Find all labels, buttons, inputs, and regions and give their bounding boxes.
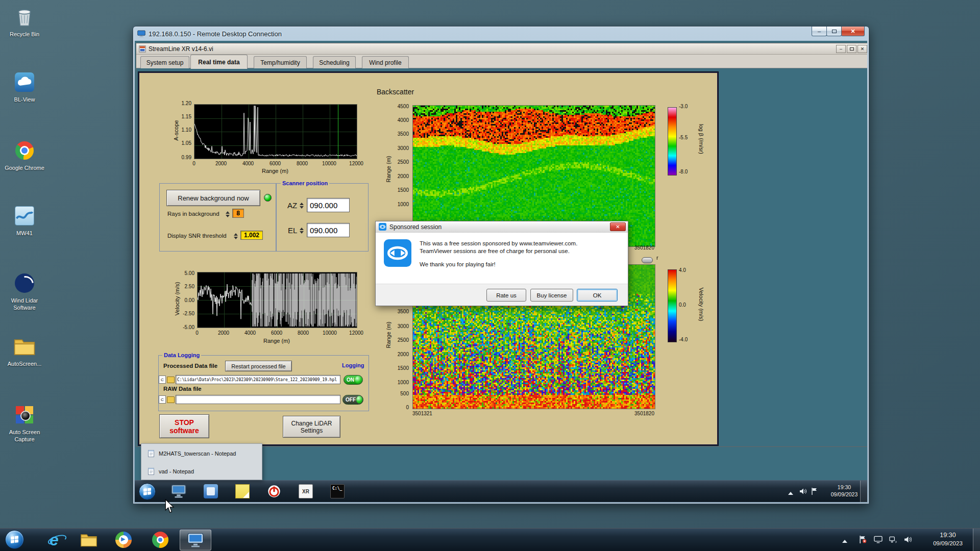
remote-taskbar-sticky-notes[interactable]: [228, 481, 257, 502]
change-lidar-settings-button[interactable]: Change LiDAR Settings: [283, 416, 340, 438]
streamline-caption-buttons: – ✕: [835, 45, 867, 53]
popup-item-m2hats[interactable]: M2HATS_towerscan - Notepad: [143, 445, 260, 461]
drive-icon[interactable]: C: [159, 395, 166, 404]
ascope-ytick: 1.20: [171, 101, 191, 106]
az-value-field[interactable]: 090.000: [307, 198, 350, 212]
browse-folder-icon[interactable]: [167, 396, 175, 403]
tray-display[interactable]: [874, 536, 883, 543]
flag-icon: [811, 487, 818, 495]
drive-icon[interactable]: C: [159, 375, 166, 384]
el-value-field[interactable]: 090.000: [307, 223, 350, 237]
browse-folder-icon[interactable]: [167, 377, 175, 383]
az-spinner[interactable]: [300, 201, 305, 211]
desktop-icon-bl-view[interactable]: BL-View: [1, 70, 48, 104]
desktop-icon-mw41[interactable]: MW41: [1, 204, 48, 237]
taskbar-explorer[interactable]: [76, 529, 102, 551]
panel-title: Backscatter: [377, 88, 414, 96]
show-desktop-button[interactable]: [973, 529, 980, 551]
clock-time: 19:30: [825, 484, 864, 491]
desktop-icon-autoscreen-folder[interactable]: AutoScreen...: [1, 335, 48, 368]
remote-show-desktop-button[interactable]: [860, 481, 867, 502]
tray-volume[interactable]: [903, 535, 912, 544]
remote-taskbar-system-app[interactable]: [197, 481, 225, 502]
button-label: Renew background now: [178, 194, 249, 202]
minimize-button[interactable]: –: [812, 27, 827, 36]
velocity-colorbar: [668, 269, 677, 342]
taskbar-media-player[interactable]: [110, 529, 137, 551]
tab-temp-humidity[interactable]: Temp/humidity: [254, 56, 307, 69]
backscatter-ytick: 1000: [389, 202, 409, 207]
tab-scheduling[interactable]: Scheduling: [313, 56, 356, 69]
streamline-titlebar[interactable]: StreamLine XR v14-6.vi – ✕: [136, 43, 867, 55]
backscatter-ytick: 3500: [389, 132, 409, 137]
rays-spinner[interactable]: [226, 209, 231, 219]
mini-toggle-switch[interactable]: [642, 257, 653, 263]
close-icon[interactable]: ✕: [610, 222, 626, 231]
velocity-map-ytick: 2500: [389, 338, 409, 343]
remote-tray-volume[interactable]: [799, 487, 807, 495]
remote-tray-clock[interactable]: 19:30 09/09/2023: [825, 484, 864, 498]
drive-letter: C: [161, 378, 164, 382]
ok-button[interactable]: OK: [577, 289, 618, 302]
remote-taskbar-cmd[interactable]: C:\_: [323, 481, 352, 502]
renew-background-button[interactable]: Renew background now: [166, 190, 260, 206]
remote-taskbar-power-app[interactable]: [260, 481, 288, 502]
tray-clock[interactable]: 19:30 09/09/2023: [925, 531, 971, 547]
tab-system-setup[interactable]: System setup: [140, 56, 189, 69]
close-button[interactable]: ✕: [841, 27, 865, 36]
raw-file-path-input[interactable]: [176, 395, 340, 404]
desktop-icon-wind-lidar[interactable]: Wind Lidar Software: [1, 271, 48, 312]
backscatter-ytick: 2000: [389, 174, 409, 179]
minimize-button[interactable]: –: [836, 45, 846, 53]
tray-network[interactable]: [889, 536, 898, 543]
colorbar-tick: 0.0: [679, 303, 696, 308]
desktop-icon-google-chrome[interactable]: Google Chrome: [1, 139, 48, 172]
rate-us-button[interactable]: Rate us: [486, 289, 526, 302]
remote-taskbar-xr-app[interactable]: XR: [291, 481, 320, 502]
remote-tray-show-hidden-icons[interactable]: [788, 489, 793, 495]
ascope-ytick: 0.99: [171, 155, 191, 160]
desktop-icon-recycle-bin[interactable]: Recycle Bin: [1, 5, 48, 38]
button-label: Settings: [301, 427, 323, 434]
rdp-titlebar[interactable]: 192.168.0.150 - Remote Desktop Connectio…: [133, 27, 869, 41]
rays-value-field[interactable]: 8: [232, 209, 244, 218]
tab-wind-profile[interactable]: Wind profile: [362, 56, 409, 69]
el-spinner[interactable]: [300, 226, 305, 236]
clock-date: 09/09/2023: [925, 540, 971, 548]
taskbar-chrome[interactable]: [147, 529, 174, 551]
start-button[interactable]: [5, 530, 24, 549]
processed-logging-toggle[interactable]: ON: [344, 375, 363, 385]
field-value: 1.002: [244, 232, 259, 239]
raw-logging-toggle[interactable]: OFF: [342, 395, 363, 405]
remote-start-button[interactable]: [139, 483, 156, 500]
internet-explorer-icon: e: [50, 531, 59, 549]
scanner-position-title: Scan­ner position: [281, 180, 329, 186]
desktop-icon-auto-screen-capture[interactable]: Auto Screen Capture: [1, 403, 48, 443]
buy-license-button[interactable]: Buy license: [530, 289, 573, 302]
sticky-notes-icon: [235, 484, 250, 498]
taskbar-internet-explorer[interactable]: e: [41, 529, 67, 551]
processed-file-path-input[interactable]: C:\Lidar\Data\Proc\2023\202309\20230909\…: [176, 375, 340, 384]
tray-action-center[interactable]: [859, 535, 867, 544]
restart-processed-file-button[interactable]: Restart processed file: [225, 361, 292, 371]
media-player-icon: [115, 532, 132, 548]
backscatter-colorbar: [668, 107, 677, 176]
popup-item-vad[interactable]: vad - Notepad: [143, 463, 260, 479]
remote-tray-action-center[interactable]: [811, 487, 818, 495]
tab-real-time-data[interactable]: Real time data: [190, 55, 248, 69]
tray-show-hidden-icons[interactable]: [842, 537, 847, 543]
dialog-titlebar[interactable]: Sponsored session ✕: [376, 221, 628, 233]
maximize-button[interactable]: [826, 27, 842, 36]
stop-software-button[interactable]: STOP software: [159, 414, 209, 438]
az-label: AZ: [287, 202, 297, 210]
maximize-button[interactable]: [847, 45, 856, 53]
field-value: 090.000: [310, 201, 337, 210]
snr-value-field[interactable]: 1.002: [240, 231, 263, 240]
close-button[interactable]: ✕: [857, 45, 867, 53]
colorbar-tick: -4.0: [679, 337, 696, 342]
ascope-x-axis-label: Range (m): [244, 168, 306, 174]
folder-icon: [80, 533, 97, 547]
snr-spinner[interactable]: [234, 231, 239, 241]
notepad-icon: [147, 449, 155, 458]
taskbar-rdp-active-window[interactable]: [180, 530, 211, 550]
